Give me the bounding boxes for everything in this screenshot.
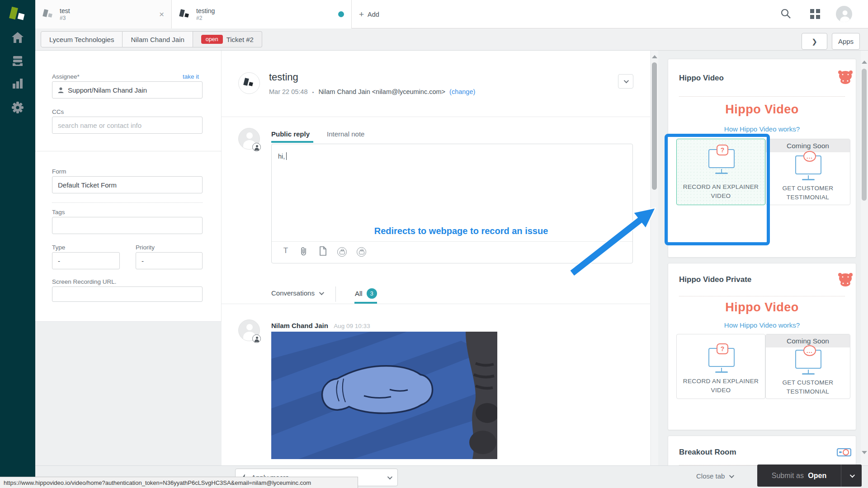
text-format-icon[interactable]: T (281, 246, 291, 256)
tab-internal-note[interactable]: Internal note (327, 130, 364, 138)
conversations-label: Conversations (271, 289, 315, 297)
form-field[interactable]: Default Ticket Form (52, 176, 203, 193)
conversations-filter[interactable]: Conversations (271, 289, 323, 297)
ticket-tab-testing[interactable]: testing #2 (172, 0, 352, 28)
screen-recording-input[interactable] (58, 291, 197, 298)
change-requester-link[interactable]: (change) (449, 88, 475, 95)
how-it-works-link[interactable]: How Hippo Video works? (668, 321, 856, 329)
tab-number: #2 (196, 15, 215, 22)
tags-input[interactable] (58, 222, 197, 230)
add-tab-button[interactable]: + Add (352, 0, 401, 28)
ticket-date: Mar 22 05:48 (269, 88, 307, 95)
ticket-views-icon (11, 55, 24, 67)
ticket-icon (42, 9, 54, 20)
assignee-value: Support/Nilam Chand Jain (68, 86, 147, 94)
question-bubble-icon: ? (717, 343, 728, 354)
tab-all-conversations[interactable]: All 3 (355, 288, 377, 299)
add-label: Add (368, 11, 379, 18)
plus-icon: + (359, 9, 364, 19)
type-value: - (58, 257, 60, 265)
requester-email: Nilam Chand Jain <nilam@lyceuminc.com> (318, 88, 445, 95)
main-sidebar (0, 0, 35, 488)
screen-recording-field-wrap (52, 286, 203, 302)
brand-logo[interactable] (0, 5, 35, 25)
link-preview-statusbar: https://www.hippovideo.io/video/home?aut… (0, 477, 358, 488)
search-button[interactable] (780, 8, 791, 19)
ticket-logo-icon (243, 77, 255, 89)
gear-icon (11, 101, 24, 114)
message-header: Nilam Chand Jain Aug 09 10:33 (271, 322, 370, 330)
ccs-input[interactable] (58, 122, 197, 129)
customer-testimonial-card[interactable]: Coming Soon ... GET CUSTOMER TESTIMONIAL (765, 334, 850, 399)
sidebar-item-home[interactable] (0, 32, 35, 43)
tab-title: testing (196, 7, 215, 15)
projector-icon (837, 447, 851, 458)
chat-bubble-icon: ... (803, 345, 816, 356)
scrollbar-thumb[interactable] (652, 62, 657, 190)
close-tab-dropdown[interactable]: Close tab (696, 472, 733, 480)
status-badge: open (201, 35, 223, 44)
submit-button[interactable]: Submit as Open (757, 465, 862, 487)
collapse-header-button[interactable] (618, 74, 633, 89)
breadcrumb-org[interactable]: Lyceum Technologies (41, 31, 123, 47)
ticket-tab-test[interactable]: test #3 × (35, 0, 172, 28)
customer-testimonial-card[interactable]: Coming Soon ... GET CUSTOMER TESTIMONIAL (765, 139, 850, 205)
tags-field-wrap (52, 217, 203, 234)
tab-number: #3 (60, 15, 70, 22)
how-it-works-link[interactable]: How Hippo Video works? (668, 125, 856, 133)
next-ticket-button[interactable]: ❯ (802, 33, 827, 50)
ticket-properties-panel: Assignee* take it Support/Nilam Chand Ja… (35, 51, 222, 322)
apps-toggle-button[interactable]: Apps (832, 33, 860, 50)
app-section-title: Hippo Video Private (679, 275, 751, 284)
tab-public-reply[interactable]: Public reply (271, 130, 310, 138)
insert-document-icon[interactable] (319, 246, 329, 256)
breadcrumb-bar: Lyceum Technologies Nilam Chand Jain ope… (35, 28, 868, 51)
home-icon (11, 32, 24, 43)
ccs-label: CCs (52, 108, 64, 115)
screen-recording-label: Screen Recording URL. (52, 278, 117, 285)
take-it-link[interactable]: take it (183, 73, 199, 80)
record-card-label: RECORD AN EXPLAINER VIDEO (677, 377, 765, 395)
priority-field[interactable]: - (136, 252, 203, 269)
hippo-face-icon (838, 272, 853, 287)
testimonial-card-label: GET CUSTOMER TESTIMONIAL (766, 184, 850, 202)
chevron-down-icon (319, 290, 324, 295)
count-badge: 3 (367, 288, 377, 299)
chevron-right-icon: ❯ (811, 38, 817, 46)
hippo-record-video-icon[interactable] (337, 247, 347, 257)
hippo-video-logo: Hippo Video (668, 300, 856, 314)
scroll-down-icon[interactable] (862, 451, 867, 454)
sidebar-item-reports[interactable] (0, 78, 35, 89)
sidebar-item-tickets[interactable] (0, 55, 35, 67)
priority-value: - (142, 257, 144, 265)
breadcrumb-ticket[interactable]: open Ticket #2 (193, 31, 262, 47)
scrollbar-thumb[interactable] (862, 69, 867, 201)
chevron-down-icon (624, 78, 629, 83)
record-explainer-card[interactable]: ? RECORD AN EXPLAINER VIDEO (676, 334, 765, 399)
coming-soon-band: Coming Soon (766, 139, 850, 152)
dot-separator: • (312, 89, 314, 95)
apps-grid-button[interactable] (810, 9, 820, 19)
message-author[interactable]: Nilam Chand Jain (271, 322, 328, 329)
scroll-up-icon[interactable] (862, 61, 867, 64)
type-field[interactable]: - (52, 252, 120, 269)
close-tab-icon[interactable]: × (159, 9, 164, 19)
message-image-attachment[interactable] (271, 332, 497, 459)
submit-options-toggle[interactable] (841, 465, 862, 487)
testimonial-card-label: GET CUSTOMER TESTIMONIAL (766, 378, 850, 396)
attach-icon[interactable] (300, 246, 310, 256)
hippo-face-icon (838, 70, 853, 84)
breadcrumb-requester[interactable]: Nilam Chand Jain (123, 31, 193, 47)
user-avatar[interactable] (836, 6, 852, 22)
tab-title: test (60, 7, 70, 15)
sidebar-item-settings[interactable] (0, 101, 35, 114)
assignee-field[interactable]: Support/Nilam Chand Jain (52, 81, 203, 99)
page-scrollbar[interactable] (861, 51, 868, 465)
grid-icon (810, 9, 820, 19)
ticket-icon (179, 9, 191, 20)
bar-chart-icon (12, 78, 24, 89)
annotation-arrow (558, 201, 665, 282)
scroll-up-icon[interactable] (652, 55, 657, 58)
hippo-request-video-icon[interactable] (357, 247, 366, 257)
chat-bubble-icon: ... (803, 151, 816, 162)
